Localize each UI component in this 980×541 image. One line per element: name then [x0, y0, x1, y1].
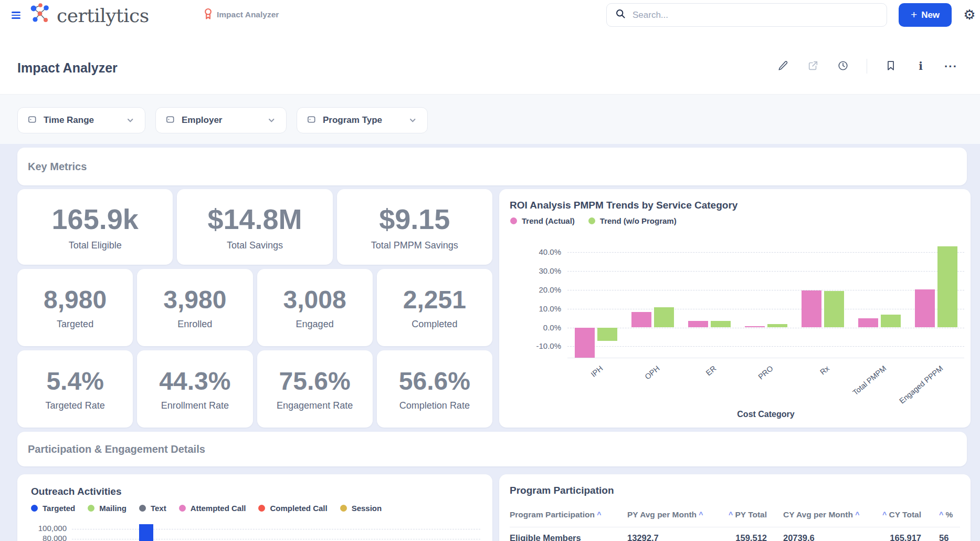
legend-item[interactable]: Mailing: [88, 504, 127, 513]
metric-row: 5.4%Targeted Rate44.3%Enrollment Rate75.…: [17, 350, 492, 428]
y-axis-tick: 100,000: [30, 524, 67, 533]
legend-item[interactable]: Trend (Actual): [510, 216, 575, 225]
x-axis-label: IPH: [589, 364, 604, 379]
column-header-1[interactable]: Program Participation ^: [510, 507, 617, 523]
metric-card: 56.6%Completion Rate: [377, 350, 492, 428]
legend-item[interactable]: Text: [139, 504, 166, 513]
x-axis-label: ER: [704, 364, 718, 377]
metric-value: 5.4%: [46, 367, 103, 396]
gridline: [567, 290, 964, 290]
logo-text: certilytics: [57, 5, 149, 26]
gridline: [567, 328, 964, 328]
table-cell: Eligible Members: [510, 529, 617, 541]
open-external-icon[interactable]: [807, 60, 819, 72]
metric-value: 3,980: [163, 285, 226, 314]
outreach-legend: TargetedMailingTextAttempted CallComplet…: [31, 504, 382, 513]
metric-card: 44.3%Enrollment Rate: [137, 350, 252, 428]
bar-trend-actual: [688, 321, 708, 328]
bar-trend-wo-program: [881, 315, 901, 327]
legend-label: Trend (Actual): [522, 216, 575, 225]
legend-item[interactable]: Session: [340, 504, 382, 513]
y-axis-tick: 10.0%: [504, 304, 561, 313]
bar-trend-actual: [575, 328, 595, 358]
history-clock-icon[interactable]: [837, 60, 849, 72]
gridline: [567, 346, 964, 347]
metric-label: Targeted: [57, 319, 93, 330]
column-label: CY Avg per Month: [783, 510, 853, 519]
legend-label: Completed Call: [270, 504, 327, 513]
y-axis-tick: 20.0%: [504, 285, 561, 294]
column-header-3[interactable]: ^ PY Total: [694, 507, 767, 523]
metric-value: 165.9k: [52, 203, 139, 235]
legend-dot-icon: [258, 505, 265, 512]
x-axis-line: [567, 358, 964, 358]
metric-card: $9.15Total PMPM Savings: [337, 189, 492, 265]
filter-bar: Time Range Employer Program Type: [0, 94, 980, 144]
chart-title: Outreach Activities: [31, 486, 121, 497]
search-box: [606, 3, 887, 27]
logo-network-icon: [28, 2, 52, 28]
hamburger-menu-icon[interactable]: [12, 9, 24, 22]
filter-employer[interactable]: Employer: [155, 107, 287, 133]
gridline: [72, 529, 480, 529]
filter-label: Program Type: [323, 115, 382, 126]
certilytics-logo[interactable]: certilytics: [28, 2, 149, 28]
x-axis-label: Engaged PPPM: [898, 364, 944, 405]
edit-pencil-icon[interactable]: [777, 60, 789, 72]
outreach-bar-plot: 100,00080,000: [30, 521, 484, 541]
plus-icon: +: [911, 8, 917, 21]
bookmark-icon[interactable]: [884, 60, 897, 72]
filter-label: Time Range: [44, 115, 94, 126]
y-axis-labels: 40.0%30.0%20.0%10.0%0.0%-10.0%: [504, 242, 561, 358]
metric-label: Total Eligible: [69, 240, 122, 251]
filter-label: Employer: [182, 115, 222, 126]
legend-dot-icon: [588, 217, 595, 224]
sort-caret-icon: ^: [729, 511, 733, 519]
program-participation-card: Program Participation Program Participat…: [499, 474, 971, 541]
bar-trend-actual: [858, 318, 878, 327]
metric-value: $14.8M: [207, 203, 302, 235]
x-axis-label: Total PMPM: [851, 364, 888, 397]
gridline: [72, 539, 480, 539]
legend-dot-icon: [31, 505, 38, 512]
table-cell: 165,917: [849, 529, 921, 541]
bar-trend-wo-program: [654, 307, 674, 327]
new-button[interactable]: + New: [899, 3, 952, 27]
participation-section-header: Participation & Engagement Details: [17, 432, 967, 466]
legend-item[interactable]: Attempted Call: [179, 504, 246, 513]
legend-item[interactable]: Trend (w/o Program): [588, 216, 677, 225]
bar-trend-actual: [915, 289, 935, 328]
x-axis-label: OPH: [643, 364, 661, 381]
filter-time-range[interactable]: Time Range: [17, 107, 145, 133]
search-icon: [615, 8, 626, 22]
x-axis-label: Rx: [818, 364, 831, 377]
breadcrumb-label: Impact Analyzer: [217, 10, 279, 19]
search-input[interactable]: [633, 10, 878, 20]
section-title: Key Metrics: [28, 161, 87, 173]
bar-targeted: [139, 524, 153, 541]
column-header-5[interactable]: ^ CY Total: [849, 507, 921, 523]
settings-gear-icon[interactable]: ⚙: [961, 5, 978, 25]
metric-value: 56.6%: [399, 367, 470, 396]
metric-label: Enrollment Rate: [161, 400, 229, 411]
table-title: Program Participation: [510, 485, 614, 496]
metric-card: 8,980Targeted: [17, 269, 133, 346]
bar-trend-wo-program: [711, 321, 731, 328]
legend-item[interactable]: Completed Call: [258, 504, 327, 513]
bar-trend-actual: [631, 312, 651, 327]
metric-label: Targeted Rate: [46, 400, 105, 411]
info-icon[interactable]: i: [914, 60, 927, 72]
chart-title: ROI Analysis PMPM Trends by Service Cate…: [510, 200, 737, 211]
metric-card: 3,980Enrolled: [137, 269, 252, 346]
y-axis-tick: 80,000: [30, 534, 67, 541]
metric-value: 75.6%: [279, 367, 351, 396]
metric-card: $14.8MTotal Savings: [177, 189, 332, 265]
metric-card: 3,008Engaged: [257, 269, 373, 346]
breadcrumb[interactable]: Impact Analyzer: [204, 8, 279, 22]
legend-label: Mailing: [99, 504, 127, 513]
tag-icon: [27, 115, 37, 126]
column-header-6[interactable]: ^ %: [939, 507, 970, 523]
filter-program-type[interactable]: Program Type: [297, 107, 428, 133]
legend-item[interactable]: Targeted: [31, 504, 75, 513]
more-ellipsis-icon[interactable]: ···: [944, 60, 957, 72]
